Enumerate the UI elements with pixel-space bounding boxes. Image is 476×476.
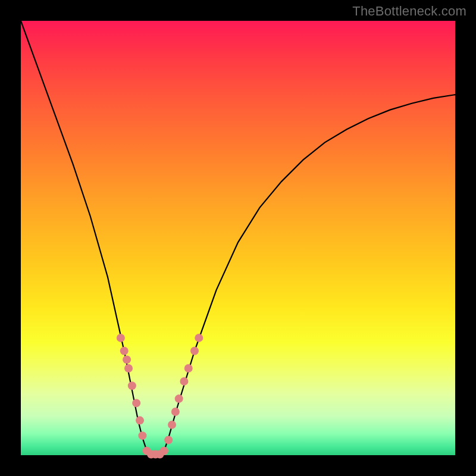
marker-dot [171, 408, 180, 416]
watermark-text: TheBottleneck.com [352, 4, 466, 19]
marker-dot [164, 436, 173, 444]
dot-cluster [117, 334, 203, 459]
plot-area [21, 21, 455, 455]
marker-dot [124, 364, 133, 372]
bottleneck-curve [21, 21, 455, 455]
marker-dot [132, 399, 140, 407]
marker-dot [138, 431, 146, 440]
marker-dot [120, 347, 129, 355]
marker-dot [180, 377, 188, 386]
marker-dot [184, 364, 193, 372]
marker-dot [168, 421, 176, 429]
marker-dot [195, 334, 203, 342]
marker-dot [117, 334, 125, 342]
marker-dot [123, 355, 131, 364]
marker-dot [128, 381, 136, 390]
marker-dot [136, 416, 144, 425]
chart-svg [21, 21, 455, 455]
chart-frame: TheBottleneck.com [0, 0, 476, 476]
marker-dot [160, 447, 168, 455]
marker-dot [190, 347, 199, 355]
marker-dot [175, 394, 183, 403]
